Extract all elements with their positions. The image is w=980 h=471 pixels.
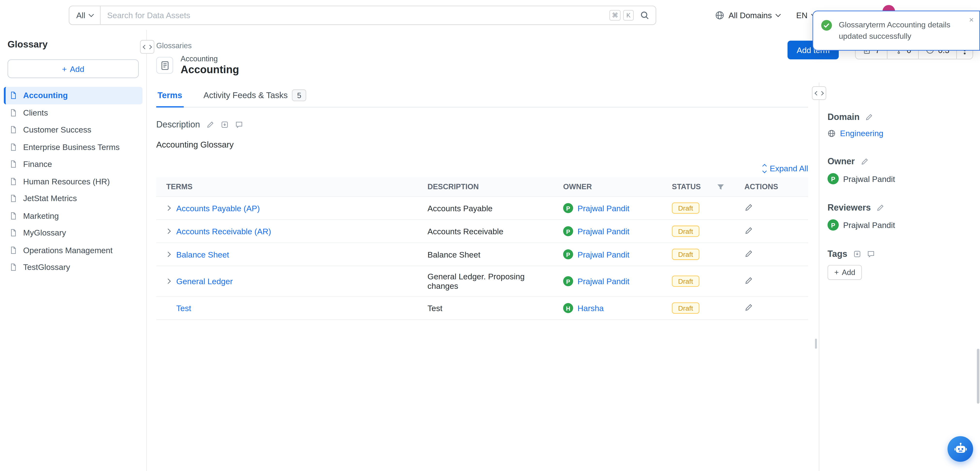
sidebar-item-myglossary[interactable]: MyGlossary: [4, 224, 143, 242]
close-icon[interactable]: ×: [969, 16, 974, 24]
owner-link[interactable]: Prajwal Pandit: [578, 226, 629, 236]
tab-activity-feeds[interactable]: Activity Feeds & Tasks 5: [202, 85, 307, 107]
tab-terms[interactable]: Terms: [156, 85, 183, 108]
owner-link[interactable]: Prajwal Pandit: [578, 277, 629, 286]
table-row: Accounts Receivable (AR) Accounts Receiv…: [156, 220, 808, 243]
cmd-key-icon: ⌘: [609, 10, 620, 20]
term-description: Balance Sheet: [418, 244, 553, 264]
owner-avatar: P: [563, 276, 573, 286]
filter-icon[interactable]: [717, 183, 724, 190]
sidebar-item-jetstat-metrics[interactable]: JetStat Metrics: [4, 190, 143, 207]
term-link[interactable]: Accounts Payable (AP): [176, 203, 260, 213]
terms-table: TERMS DESCRIPTION OWNER STATUS ACTIONS: [156, 177, 808, 320]
term-link[interactable]: Test: [176, 303, 191, 313]
edit-icon[interactable]: [745, 226, 753, 234]
tags-label: Tags: [827, 248, 848, 258]
term-link[interactable]: Accounts Receivable (AR): [176, 226, 271, 236]
status-badge: Draft: [672, 202, 699, 214]
status-badge: Draft: [672, 275, 699, 286]
expand-chevron-icon[interactable]: [165, 278, 171, 284]
table-row: General Ledger General Ledger. Proposing…: [156, 266, 808, 297]
sidebar-item-finance[interactable]: Finance: [4, 156, 143, 173]
chevron-right-icon: [819, 91, 823, 95]
expand-all-button[interactable]: Expand All: [763, 164, 808, 173]
edit-icon[interactable]: [877, 203, 885, 212]
glossary-doc-icon: [10, 229, 18, 237]
chatbot-button[interactable]: [948, 436, 973, 462]
search-input[interactable]: [101, 10, 609, 20]
edit-icon[interactable]: [745, 203, 753, 212]
owner-link[interactable]: Prajwal Pandit: [578, 203, 629, 213]
edit-icon[interactable]: [745, 303, 753, 312]
search-scope-select[interactable]: All: [69, 6, 101, 24]
breadcrumb[interactable]: Glossaries: [156, 41, 192, 50]
glossary-doc-icon: [10, 160, 18, 169]
term-description: Test: [418, 298, 553, 318]
expand-chevron-icon[interactable]: [165, 205, 171, 211]
description-label: Description: [156, 119, 200, 129]
term-link[interactable]: General Ledger: [176, 277, 233, 286]
domain-selector[interactable]: All Domains: [714, 10, 780, 20]
right-panel-collapse-button[interactable]: [812, 86, 826, 100]
table-row: Balance Sheet Balance Sheet P Prajwal Pa…: [156, 243, 808, 266]
add-glossary-button[interactable]: + Add: [8, 59, 139, 78]
sidebar-item-operations-management[interactable]: Operations Management: [4, 242, 143, 259]
panel-scrollbar[interactable]: [815, 339, 817, 348]
language-value: EN: [796, 10, 808, 20]
toast-message: Glossaryterm Accounting details updated …: [839, 19, 952, 42]
add-tag-label: Add: [842, 268, 855, 277]
chevron-down-icon: [775, 11, 781, 17]
edit-icon[interactable]: [745, 276, 753, 285]
request-update-icon[interactable]: [221, 120, 229, 129]
add-glossary-label: Add: [70, 64, 84, 73]
term-link[interactable]: Balance Sheet: [176, 250, 229, 259]
tab-terms-label: Terms: [158, 91, 182, 100]
reviewers-label: Reviewers: [827, 202, 871, 213]
sidebar-item-label: MyGlossary: [23, 228, 66, 238]
glossary-doc-icon: [10, 212, 18, 220]
sidebar-item-testglossary[interactable]: TestGlossary: [4, 259, 143, 276]
edit-icon[interactable]: [865, 113, 873, 121]
tab-bar: Terms Activity Feeds & Tasks 5: [156, 85, 808, 108]
domain-section: Domain Engineering: [827, 112, 971, 138]
domain-link[interactable]: Engineering: [840, 129, 883, 138]
owner-avatar: P: [563, 249, 573, 259]
sidebar-item-clients[interactable]: Clients: [4, 104, 143, 121]
term-description: General Ledger. Proposing changes: [418, 266, 553, 296]
status-badge: Draft: [672, 302, 699, 313]
reviewer-link[interactable]: Prajwal Pandit: [843, 220, 895, 230]
sidebar-item-marketing[interactable]: Marketing: [4, 207, 143, 224]
comment-icon[interactable]: [235, 120, 243, 129]
sidebar-collapse-button[interactable]: [140, 40, 154, 54]
chevron-left-icon: [815, 91, 819, 95]
expand-chevron-icon[interactable]: [165, 229, 171, 234]
expand-chevron-icon[interactable]: [165, 252, 171, 257]
glossary-doc-icon: [10, 143, 18, 151]
toast-notification: Glossaryterm Accounting details updated …: [813, 11, 980, 51]
request-tags-icon[interactable]: [853, 250, 861, 258]
activity-count-badge: 5: [292, 89, 306, 101]
owner-link[interactable]: Harsha: [578, 303, 604, 313]
owner-link[interactable]: Prajwal Pandit: [578, 250, 629, 259]
edit-icon[interactable]: [745, 249, 753, 258]
content-area: Glossaries Accounting Accounting Add ter…: [147, 30, 980, 471]
sidebar-item-accounting[interactable]: Accounting: [4, 87, 143, 104]
page-scrollbar[interactable]: [977, 348, 979, 404]
expand-all-label: Expand All: [770, 164, 808, 173]
glossary-book-icon: [156, 57, 173, 74]
sidebar-item-enterprise-business-terms[interactable]: Enterprise Business Terms: [4, 138, 143, 156]
edit-icon[interactable]: [860, 157, 869, 165]
glossary-doc-icon: [10, 194, 18, 203]
edit-description-icon[interactable]: [206, 120, 215, 129]
owner-link[interactable]: Prajwal Pandit: [843, 174, 895, 183]
domain-selector-value: All Domains: [729, 10, 772, 20]
sidebar-item-customer-success[interactable]: Customer Success: [4, 121, 143, 138]
sidebar-item-human-resources[interactable]: Human Resources (HR): [4, 173, 143, 190]
tags-section: Tags + Add: [827, 248, 971, 280]
plus-icon: +: [834, 268, 839, 277]
search-icon[interactable]: [640, 10, 649, 20]
add-tag-button[interactable]: + Add: [827, 265, 862, 280]
owner-avatar: H: [563, 303, 573, 313]
plus-icon: +: [62, 64, 67, 73]
comment-icon[interactable]: [867, 250, 875, 258]
